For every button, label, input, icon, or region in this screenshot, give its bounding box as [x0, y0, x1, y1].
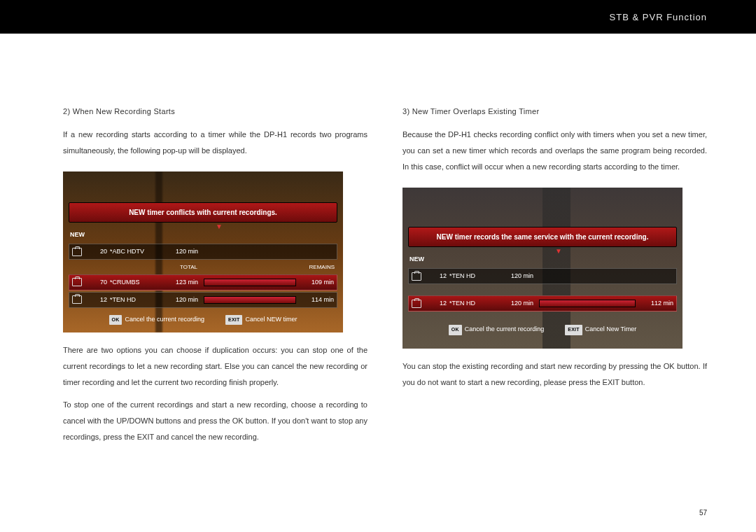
current-row-0[interactable]: 70 *CRUMBS 123 min 109 min — [69, 274, 337, 290]
current-row[interactable]: 12 *TEN HD 120 min 112 min — [408, 295, 677, 312]
left-p2: There are two options you can choose if … — [63, 342, 368, 391]
right-p1: Because the DP-H1 checks recording confl… — [402, 127, 707, 175]
tv-icon — [72, 248, 82, 256]
popup-footer: OKCancel the current recording EXITCance… — [408, 318, 677, 336]
popup-ui: NEW timer records the same service with … — [408, 227, 677, 336]
new-dur: 120 min — [166, 245, 198, 258]
exit-button: EXIT — [225, 315, 242, 326]
popup-banner: NEW timer conflicts with current recordi… — [69, 202, 337, 223]
ok-button: OK — [449, 325, 462, 335]
page-number: 57 — [699, 509, 707, 517]
exit-action[interactable]: EXITCancel NEW timer — [225, 313, 297, 326]
new-name: *ABC HDTV — [110, 245, 163, 258]
tv-icon — [412, 300, 421, 308]
left-p1: If a new recording starts according to a… — [63, 127, 368, 159]
new-label: NEW — [408, 251, 677, 267]
exit-button: EXIT — [565, 325, 582, 335]
left-p3: To stop one of the current recordings an… — [63, 397, 368, 445]
new-timer-row: 20 *ABC HDTV 120 min — [69, 244, 337, 260]
ok-action[interactable]: OKCancel the current recording — [449, 323, 544, 336]
progress-bar — [204, 279, 296, 286]
marker-icon: ▼ — [555, 244, 562, 258]
screenshot-overlap-popup: NEW timer records the same service with … — [402, 188, 682, 349]
exit-action[interactable]: EXITCancel New Timer — [565, 323, 636, 336]
popup-banner: NEW timer records the same service with … — [408, 227, 677, 247]
left-heading: 2) When New Recording Starts — [63, 104, 368, 120]
marker-icon: ▼ — [216, 219, 223, 234]
header-bar: STB & PVR Function — [0, 0, 756, 34]
tv-icon — [72, 278, 82, 286]
col-remains: REMAINS — [197, 262, 335, 274]
new-ch: 20 — [92, 245, 107, 258]
screenshot-conflict-popup: NEW timer conflicts with current recordi… — [63, 172, 343, 332]
column-headers: TOTAL REMAINS — [69, 262, 337, 274]
current-row-1[interactable]: 12 *TEN HD 120 min 114 min — [69, 292, 337, 308]
new-timer-row: 12 *TEN HD 120 min — [408, 268, 677, 284]
left-column: 2) When New Recording Starts If a new re… — [63, 62, 368, 451]
progress-bar — [204, 296, 296, 304]
popup-footer: OKCancel the current recording EXITCance… — [69, 309, 337, 326]
right-column: 3) New Timer Overlaps Existing Timer Bec… — [402, 62, 707, 451]
ok-button: OK — [109, 315, 122, 326]
page-body: 2) When New Recording Starts If a new re… — [0, 34, 756, 465]
progress-bar — [539, 300, 636, 307]
right-heading: 3) New Timer Overlaps Existing Timer — [402, 104, 707, 120]
right-p2: You can stop the existing recording and … — [402, 358, 707, 391]
tv-icon — [412, 272, 421, 281]
new-label: NEW — [69, 227, 337, 243]
header-title: STB & PVR Function — [610, 12, 707, 22]
tv-icon — [72, 295, 82, 304]
popup-ui: NEW timer conflicts with current recordi… — [69, 202, 337, 320]
col-total: TOTAL — [71, 262, 197, 274]
ok-action[interactable]: OKCancel the current recording — [109, 313, 204, 326]
